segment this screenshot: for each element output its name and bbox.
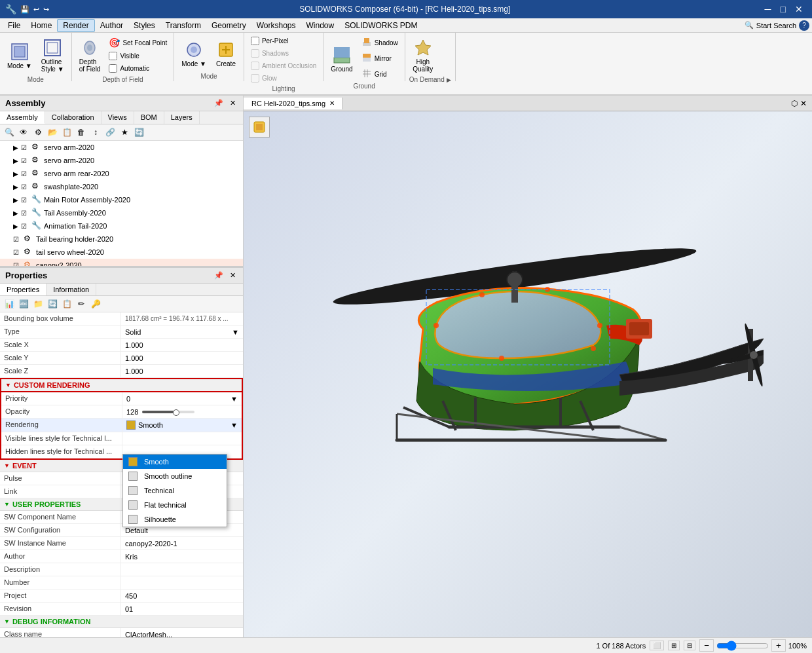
viewport-close-window-btn[interactable]: ✕ — [800, 99, 807, 108]
per-pixel-check[interactable] — [251, 37, 259, 45]
grid-btn[interactable]: Grid — [359, 67, 401, 81]
per-pixel-btn[interactable]: Per-Pixel — [248, 35, 291, 47]
tree-item-mainrotor[interactable]: ▶ ☑ 🔧 Main Rotor Assembly-2020 — [0, 193, 243, 206]
ribbon-btn-outline[interactable]: OutlineStyle ▼ — [38, 35, 67, 75]
toolbar-btn-9[interactable]: ★ — [118, 126, 131, 139]
menu-geometry[interactable]: Geometry — [206, 20, 251, 31]
dropdown-item-smooth-outline[interactable]: Smooth outline — [123, 469, 227, 483]
props-pin-btn[interactable]: 📌 — [212, 271, 225, 280]
ribbon-btn-highquality[interactable]: HighQuality — [409, 35, 437, 75]
tree-item-tailservo[interactable]: ☑ ⚙ tail servo wheel-2020 — [0, 246, 243, 259]
props-tool-7[interactable]: 🔑 — [89, 297, 102, 310]
check[interactable]: ☑ — [13, 236, 22, 243]
viewport-undock-btn[interactable]: ⬡ — [791, 99, 798, 108]
check[interactable]: ☑ — [21, 144, 30, 151]
assembly-close-btn[interactable]: ✕ — [228, 98, 238, 108]
ao-btn[interactable]: Ambient Occlusion — [248, 60, 319, 71]
toolbar-btn-5[interactable]: 📋 — [60, 126, 73, 139]
maximize-button[interactable]: □ — [777, 3, 790, 16]
opacity-slider[interactable] — [142, 411, 194, 413]
toolbar-btn-2[interactable]: 👁 — [17, 126, 30, 139]
tab-views[interactable]: Views — [101, 111, 134, 124]
menu-transform[interactable]: Transform — [160, 20, 206, 31]
check[interactable]: ☑ — [21, 210, 30, 217]
tree-item-animtail[interactable]: ▶ ☑ 🔧 Animation Tail-2020 — [0, 219, 243, 233]
tree-item-servo1[interactable]: ▶ ☑ ⚙ servo arm-2020 — [0, 141, 243, 154]
close-button[interactable]: ✕ — [791, 3, 807, 16]
check[interactable]: ☑ — [21, 183, 30, 191]
toolbar-btn-8[interactable]: 🔗 — [103, 126, 117, 139]
rendering-arrow[interactable]: ▼ — [231, 421, 238, 429]
shadows-btn[interactable]: Shadows — [248, 48, 291, 59]
ribbon-btn-create[interactable]: Create — [212, 37, 240, 69]
menu-workshops[interactable]: Workshops — [251, 20, 301, 31]
zoom-plus-btn[interactable]: + — [771, 639, 786, 652]
props-tool-4[interactable]: 🔄 — [46, 297, 59, 310]
menu-pdm[interactable]: SOLIDWORKS PDM — [339, 20, 422, 31]
zoom-slider[interactable] — [716, 641, 769, 651]
glow-check[interactable] — [251, 74, 259, 83]
ribbon-btn-mode2[interactable]: Mode ▼ — [178, 37, 210, 69]
visible-check[interactable] — [109, 52, 117, 60]
type-dropdown-arrow[interactable]: ▼ — [232, 328, 239, 336]
tree-item-canopy[interactable]: ☑ ⚙ canopy2-2020 — [0, 259, 243, 266]
toolbar-btn-4[interactable]: 📂 — [46, 126, 59, 139]
props-tool-2[interactable]: 🔤 — [17, 297, 30, 310]
ribbon-btn-depth[interactable]: Depthof Field — [76, 35, 104, 75]
tree-item-tailbearing[interactable]: ☑ ⚙ Tail bearing holder-2020 — [0, 233, 243, 246]
status-icon-2[interactable]: ⊞ — [668, 641, 680, 650]
tab-collaboration[interactable]: Collaboration — [45, 111, 101, 124]
toolbar-btn-3[interactable]: ⚙ — [31, 126, 45, 139]
ribbon-btn-mode[interactable]: Mode ▼ — [4, 39, 35, 71]
priority-dropdown[interactable]: ▼ — [231, 395, 238, 403]
quick-undo[interactable]: ↩ — [33, 5, 39, 14]
automatic-btn[interactable]: Automatic — [106, 63, 170, 74]
tab-properties[interactable]: Properties — [0, 284, 46, 295]
toolbar-btn-6[interactable]: 🗑 — [75, 126, 88, 139]
check[interactable]: ☑ — [21, 170, 30, 177]
rendering-value[interactable]: Smooth ▼ — [122, 419, 242, 432]
quick-save[interactable]: 💾 — [20, 5, 29, 14]
help-icon[interactable]: ? — [799, 20, 809, 31]
tab-bom[interactable]: BOM — [134, 111, 164, 124]
viewport-tab[interactable]: RC Heli-2020_tips.smg ✕ — [244, 98, 343, 109]
ribbon-btn-ground[interactable]: Ground — [327, 43, 356, 75]
visible-btn[interactable]: Visible — [106, 50, 170, 62]
dropdown-item-flat-technical[interactable]: Flat technical — [123, 498, 227, 512]
toolbar-btn-10[interactable]: 🔄 — [132, 126, 145, 139]
minimize-button[interactable]: ─ — [761, 3, 775, 16]
shadows-check[interactable] — [251, 49, 259, 58]
props-tool-5[interactable]: 📋 — [60, 297, 73, 310]
menu-render[interactable]: Render — [57, 19, 94, 32]
shadow-btn[interactable]: Shadow — [359, 35, 401, 50]
automatic-check[interactable] — [109, 64, 117, 73]
check[interactable]: ☑ — [21, 157, 30, 164]
check[interactable]: ☑ — [13, 249, 22, 256]
menu-file[interactable]: File — [3, 20, 26, 31]
assembly-pin-btn[interactable]: 📌 — [212, 98, 225, 108]
status-icon-3[interactable]: ⊟ — [684, 641, 695, 650]
toolbar-btn-1[interactable]: 🔍 — [3, 126, 16, 139]
tree-item-swashplate[interactable]: ▶ ☑ ⚙ swashplate-2020 — [0, 180, 243, 193]
quick-redo[interactable]: ↪ — [43, 5, 49, 14]
dropdown-item-silhouette[interactable]: Silhouette — [123, 512, 227, 527]
status-icon-1[interactable]: ⬜ — [650, 641, 664, 650]
props-tool-6[interactable]: ✏ — [75, 297, 88, 310]
props-close-btn[interactable]: ✕ — [228, 271, 238, 280]
tree-item-tailassembly[interactable]: ▶ ☑ 🔧 Tail Assembly-2020 — [0, 206, 243, 219]
tab-assembly[interactable]: Assembly — [0, 111, 45, 124]
tab-information[interactable]: Information — [46, 284, 96, 295]
toolbar-btn-7[interactable]: ↕ — [89, 126, 102, 139]
dropdown-item-smooth[interactable]: Smooth — [123, 455, 227, 469]
viewport-icon-btn[interactable] — [249, 117, 270, 138]
zoom-minus-btn[interactable]: − — [699, 639, 714, 652]
glow-btn[interactable]: Glow — [248, 73, 280, 84]
menu-styles[interactable]: Styles — [128, 20, 160, 31]
search-label[interactable]: Start Search — [756, 22, 796, 29]
menu-author[interactable]: Author — [95, 20, 128, 31]
set-focal-btn[interactable]: 🎯 Set Focal Point — [106, 36, 170, 49]
props-tool-1[interactable]: 📊 — [3, 297, 16, 310]
tree-item-servo-rear[interactable]: ▶ ☑ ⚙ servo arm rear-2020 — [0, 167, 243, 180]
props-tool-3[interactable]: 📁 — [31, 297, 45, 310]
tab-layers[interactable]: Layers — [164, 111, 200, 124]
